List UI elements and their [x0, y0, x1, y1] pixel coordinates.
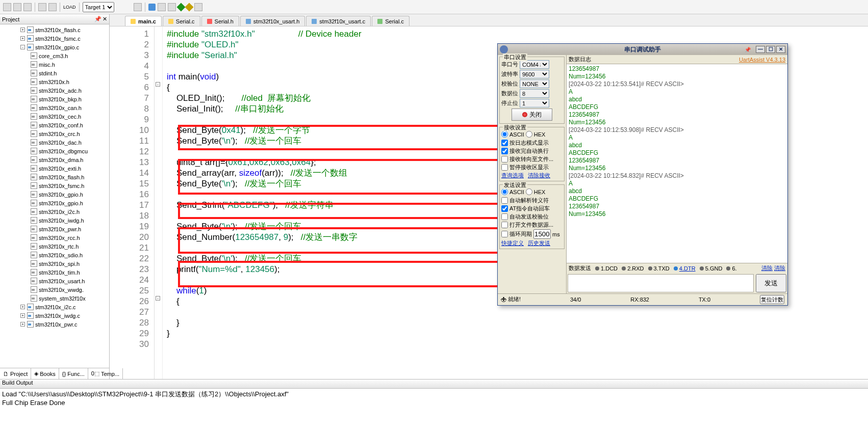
tree-item[interactable]: stm32f10x_fsmc.h: [0, 181, 109, 190]
tree-item[interactable]: stm32f10x_gpio.h: [0, 199, 109, 207]
tree-item[interactable]: stm32f10x_cec.h: [0, 112, 109, 121]
tree-item[interactable]: stm32f10x_dac.h: [0, 138, 109, 147]
editor-tab[interactable]: Serial.c: [163, 16, 200, 26]
send-opt[interactable]: 自动解析转义符: [501, 197, 563, 204]
recv-link[interactable]: 清除接收: [528, 172, 550, 179]
clear-link[interactable]: 清除: [774, 265, 785, 271]
tree-item[interactable]: stm32f10x_usart.h: [0, 277, 109, 285]
toolbar-icon[interactable]: [148, 4, 156, 11]
tree-item[interactable]: stm32f10x_adc.h: [0, 86, 109, 95]
toolbar-icon[interactable]: [23, 3, 32, 11]
tree-item[interactable]: stm32f10x_gpio.h: [0, 190, 109, 199]
tree-item[interactable]: +stm32f10x_flash.c: [0, 25, 109, 34]
tree-item[interactable]: stm32f10x_pwr.h: [0, 225, 109, 233]
send-opt[interactable]: 打开文件数据源...: [501, 221, 563, 229]
send-hex-radio[interactable]: HEX: [526, 188, 546, 195]
parity-select[interactable]: NONE: [520, 79, 549, 88]
recv-opt[interactable]: 暂停接收区显示: [501, 164, 563, 171]
tree-item[interactable]: stm32f10x_dma.h: [0, 155, 109, 164]
send-opt[interactable]: AT指令自动回车: [501, 205, 563, 212]
toolbar-icon[interactable]: [38, 3, 46, 11]
target-select[interactable]: Target 1: [83, 2, 114, 12]
tree-item[interactable]: stm32f10x_can.h: [0, 103, 109, 112]
port-select[interactable]: COM4 #JL]: [520, 60, 549, 69]
send-opt[interactable]: 自动发送校验位: [501, 213, 563, 221]
send-link[interactable]: 快捷定义: [501, 239, 524, 247]
tree-item[interactable]: stm32f10x_flash.h: [0, 173, 109, 181]
tree-item[interactable]: stm32f10x_dbgmcu: [0, 147, 109, 155]
toolbar-icon[interactable]: [3, 3, 11, 11]
tree-item[interactable]: +stm32f10x_i2c.c: [0, 303, 109, 311]
toolbar-icon[interactable]: [134, 3, 142, 11]
pin-icon[interactable]: 📌: [94, 16, 101, 22]
baud-select[interactable]: 9600: [520, 70, 549, 78]
recv-opt[interactable]: 按日志模式显示: [501, 139, 563, 147]
toolbar-icon[interactable]: [176, 3, 185, 11]
maximize-icon[interactable]: ☐: [766, 46, 775, 53]
project-tree[interactable]: +stm32f10x_flash.c+stm32f10x_fsmc.c-stm3…: [0, 24, 109, 368]
close-icon[interactable]: ✕: [103, 16, 107, 22]
log-body[interactable]: 123654987Num=123456[2024-03-22 10:12:53.…: [567, 64, 787, 263]
send-ascii-radio[interactable]: ASCII: [501, 188, 524, 195]
toolbar-icon[interactable]: [168, 3, 176, 11]
editor-tab[interactable]: Serial.c: [372, 16, 410, 26]
send-opt[interactable]: 循环周期 ms: [501, 229, 563, 239]
tab-functions[interactable]: {} Func...: [59, 368, 88, 379]
dtr-link[interactable]: 4.DTR: [679, 265, 696, 272]
stopbits-select[interactable]: 1: [520, 99, 549, 107]
cycle-ms-input[interactable]: [533, 229, 551, 239]
fold-gutter[interactable]: - -: [155, 26, 163, 379]
close-port-button[interactable]: 关闭: [512, 109, 552, 121]
editor-tab[interactable]: stm32f10x_usart.h: [240, 16, 305, 26]
fold-icon[interactable]: -: [156, 296, 160, 301]
toolbar-icon[interactable]: [13, 3, 21, 11]
load-icon[interactable]: LOAD: [63, 5, 76, 10]
recv-link[interactable]: 查询选项: [501, 172, 524, 179]
recv-opt[interactable]: 接收完自动换行: [501, 147, 563, 155]
tree-item[interactable]: system_stm32f10x: [0, 294, 109, 303]
minimize-icon[interactable]: —: [756, 46, 765, 53]
tree-item[interactable]: stm32f10x_i2c.h: [0, 207, 109, 216]
pin-icon[interactable]: 📌: [745, 47, 751, 52]
tree-item[interactable]: +stm32f10x_fsmc.c: [0, 34, 109, 43]
tree-item[interactable]: stm32f10x_tim.h: [0, 268, 109, 277]
tree-item[interactable]: +stm32f10x_pwr.c: [0, 320, 109, 329]
recv-ascii-radio[interactable]: ASCII: [501, 131, 524, 138]
editor-tab[interactable]: Serial.h: [201, 16, 239, 26]
tree-item[interactable]: -stm32f10x_gpio.c: [0, 43, 109, 51]
tree-item[interactable]: stm32f10x_wwdg.: [0, 285, 109, 294]
send-textarea[interactable]: [568, 274, 754, 292]
tree-item[interactable]: stm32f10x_conf.h: [0, 121, 109, 129]
version-link[interactable]: UartAssist V4.3.13: [739, 57, 785, 63]
tree-item[interactable]: misc.h: [0, 60, 109, 69]
databits-select[interactable]: 8: [520, 89, 549, 98]
toolbar-icon[interactable]: [48, 3, 57, 11]
fold-icon[interactable]: -: [156, 82, 160, 87]
toolbar-icon[interactable]: [194, 3, 202, 11]
editor-tab[interactable]: stm32f10x_usart.c: [306, 16, 371, 26]
editor-tab[interactable]: main.c: [125, 16, 162, 26]
close-icon[interactable]: ✕: [776, 46, 785, 53]
tree-item[interactable]: stdint.h: [0, 69, 109, 77]
recv-hex-radio[interactable]: HEX: [526, 131, 546, 138]
tree-item[interactable]: stm32f10x_spi.h: [0, 259, 109, 268]
build-output[interactable]: Load "C:\\Users\\asus\\Desktop\\STM32Pro…: [0, 389, 868, 409]
tree-item[interactable]: stm32f10x.h: [0, 77, 109, 86]
clear-link[interactable]: 清除: [761, 265, 773, 271]
recv-opt[interactable]: 接收转向至文件...: [501, 155, 563, 163]
toolbar-icon[interactable]: [185, 3, 193, 11]
tree-item[interactable]: stm32f10x_sdio.h: [0, 251, 109, 259]
tab-project[interactable]: 🗋 Project: [0, 368, 31, 379]
tree-item[interactable]: stm32f10x_bkp.h: [0, 95, 109, 103]
tree-item[interactable]: stm32f10x_rtc.h: [0, 242, 109, 251]
tab-books[interactable]: ◈ Books: [31, 368, 59, 379]
send-link[interactable]: 历史发送: [528, 239, 550, 247]
tree-item[interactable]: stm32f10x_iwdg.h: [0, 216, 109, 225]
send-button[interactable]: 发送: [756, 274, 786, 292]
tree-item[interactable]: stm32f10x_exti.h: [0, 164, 109, 173]
tree-item[interactable]: stm32f10x_crc.h: [0, 129, 109, 138]
tree-item[interactable]: core_cm3.h: [0, 51, 109, 60]
toolbar-icon[interactable]: [158, 3, 166, 11]
tree-item[interactable]: stm32f10x_rcc.h: [0, 233, 109, 242]
tree-item[interactable]: +stm32f10x_iwdg.c: [0, 311, 109, 320]
